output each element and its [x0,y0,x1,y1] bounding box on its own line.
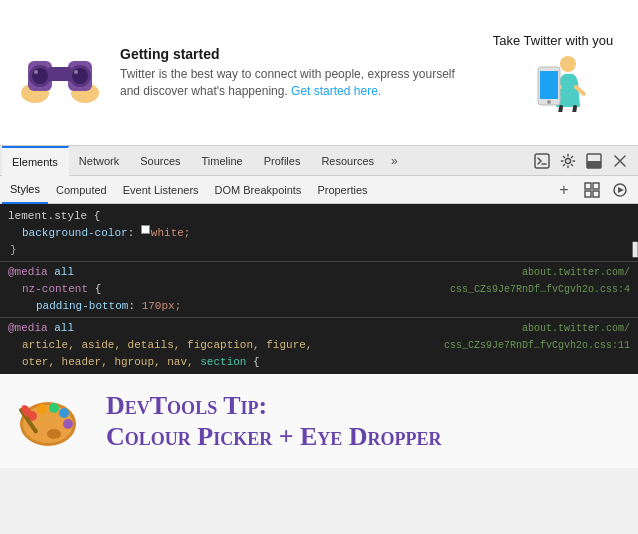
svg-rect-25 [593,191,599,197]
css-line-cursor-row: } ▋ [0,242,638,259]
tab-resources[interactable]: Resources [311,146,385,176]
twitter-description: Twitter is the best way to connect with … [120,66,468,100]
svg-rect-24 [585,191,591,197]
twitter-getting-started-text: Getting started Twitter is the best way … [120,46,468,100]
sub-tab-properties[interactable]: Properties [309,176,375,204]
animate-button[interactable] [608,178,632,202]
css-line-2: background-color : white; [0,225,638,242]
twitter-mobile-illustration [508,52,598,112]
svg-point-34 [59,408,69,418]
play-icon [613,183,627,197]
get-started-link[interactable]: Get started here. [291,84,381,98]
add-style-rule-button[interactable]: + [552,178,576,202]
tab-network[interactable]: Network [69,146,130,176]
devtools-panel: Elements Network Sources Timeline Profil… [0,145,638,468]
sub-tab-computed[interactable]: Computed [48,176,115,204]
devtools-sub-tabs: Styles Computed Event Listeners DOM Brea… [0,176,638,204]
devtools-tip-text: DevTools Tip: Colour picker + eye droppe… [106,390,442,452]
css-line-media-1: @media all about.twitter.com/ [0,264,638,281]
css-line-padding: padding-bottom : 170px; [0,298,638,315]
tab-overflow-button[interactable]: » [385,154,404,168]
svg-point-10 [74,70,78,74]
getting-started-title: Getting started [120,46,468,62]
gear-icon [560,153,576,169]
settings-icon-button[interactable] [556,149,580,173]
cursor-indicator: ▋ [633,242,638,259]
svg-point-32 [37,404,47,414]
css-divider-1 [0,261,638,262]
take-twitter-label: Take Twitter with you [493,33,613,48]
close-icon [613,154,627,168]
svg-rect-19 [587,161,601,168]
svg-rect-13 [540,71,558,99]
devtools-main-tabs: Elements Network Sources Timeline Profil… [0,146,638,176]
twitter-preview: Getting started Twitter is the best way … [0,0,638,145]
devtools-tip-section: DevTools Tip: Colour picker + eye droppe… [0,374,638,468]
svg-point-8 [72,68,88,84]
svg-point-33 [49,403,59,413]
svg-point-6 [32,68,48,84]
svg-marker-27 [618,187,624,193]
tip-line-1: DevTools Tip: [106,390,442,421]
svg-point-11 [560,56,576,72]
tab-elements[interactable]: Elements [2,146,69,176]
binoculars-icon [20,33,100,113]
palette-icon [16,386,86,456]
svg-point-17 [566,158,571,163]
css-editor-panel[interactable]: lement.style { background-color : white;… [0,204,638,374]
terminal-icon-button[interactable] [530,149,554,173]
devtools-toolbar-icons [530,149,636,173]
close-devtools-button[interactable] [608,149,632,173]
svg-rect-23 [593,183,599,189]
color-swatch-white[interactable] [141,225,150,234]
tab-profiles[interactable]: Profiles [254,146,312,176]
sub-tab-dom-breakpoints[interactable]: DOM Breakpoints [207,176,310,204]
sub-tab-styles[interactable]: Styles [2,176,48,204]
css-line-selector-1: article, aside, details, figcaption, fig… [0,337,638,354]
tip-line-2: Colour picker + eye dropper [106,421,442,452]
css-line-selector-2: oter, header, hgroup, nav, section { [0,354,638,371]
css-line-media-2: @media all about.twitter.com/ [0,320,638,337]
styles-toolbar: + [552,178,636,202]
terminal-icon [534,153,550,169]
css-divider-2 [0,317,638,318]
dock-icon [586,153,602,169]
svg-rect-4 [48,67,72,81]
svg-rect-22 [585,183,591,189]
sub-tab-event-listeners[interactable]: Event Listeners [115,176,207,204]
toggle-element-state-button[interactable] [580,178,604,202]
cursor-grid-icon [584,182,600,198]
tab-timeline[interactable]: Timeline [192,146,254,176]
css-line-source-1: nz-content { css_CZs9Je7RnDf…fvCgvh2o.cs… [0,281,638,298]
dock-icon-button[interactable] [582,149,606,173]
svg-point-30 [47,429,61,439]
tab-sources[interactable]: Sources [130,146,191,176]
svg-point-35 [63,419,73,429]
take-twitter-section: Take Twitter with you [488,33,618,112]
css-line-1: lement.style { [0,208,638,225]
svg-point-9 [34,70,38,74]
svg-point-14 [547,100,551,104]
